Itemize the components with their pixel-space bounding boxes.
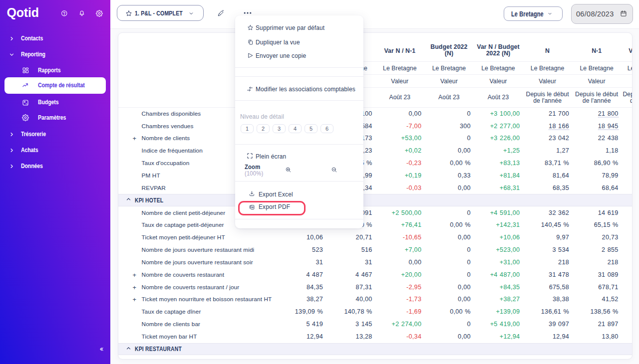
svg-text:PDF: PDF: [252, 206, 254, 207]
